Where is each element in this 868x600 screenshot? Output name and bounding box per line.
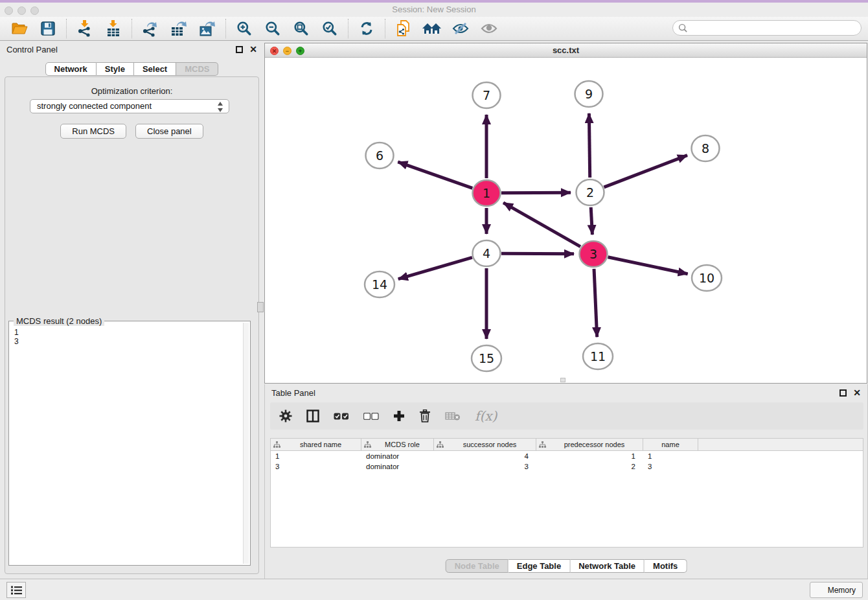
delete-table-button[interactable] [445, 411, 461, 421]
network-window-titlebar[interactable]: ✕ − + scc.txt [265, 43, 867, 58]
export-network-icon [142, 20, 159, 37]
search-input[interactable] [688, 23, 861, 32]
close-table-panel-icon[interactable]: ✕ [853, 389, 861, 397]
save-session-button[interactable] [34, 18, 62, 39]
duplicate-network-button[interactable] [389, 18, 418, 39]
cell[interactable]: 3 [271, 461, 361, 472]
node-label-2: 2 [586, 185, 594, 200]
column-label: predecessor nodes [546, 441, 643, 448]
edge-3-11[interactable] [594, 269, 597, 337]
maximize-window-button[interactable] [30, 6, 39, 15]
memory-status-dot [817, 586, 824, 594]
edge-4-3[interactable] [501, 253, 574, 254]
column-header-MCDS-role[interactable]: MCDS role [361, 439, 434, 450]
edge-2-9[interactable] [589, 113, 589, 178]
edge-1-6[interactable] [398, 162, 472, 188]
function-builder-button[interactable]: f(x) [475, 408, 497, 424]
cell[interactable]: dominator [361, 451, 434, 461]
tab-edge-table[interactable]: Edge Table [508, 559, 570, 573]
tab-select[interactable]: Select [134, 62, 176, 76]
tab-network-table[interactable]: Network Table [570, 559, 645, 573]
memory-button[interactable]: Memory [810, 582, 863, 598]
select-all-rows-button[interactable] [334, 413, 349, 420]
delete-column-button[interactable] [419, 410, 431, 422]
edge-3-10[interactable] [608, 257, 688, 274]
table-row[interactable]: 1dominator411 [271, 451, 863, 461]
node-table[interactable]: shared nameMCDS rolesuccessor nodesprede… [270, 438, 863, 548]
cell[interactable]: 3 [643, 461, 698, 472]
cell[interactable]: 1 [271, 451, 361, 461]
cell[interactable]: 2 [536, 461, 643, 472]
show-graphics-details-button[interactable] [475, 18, 503, 39]
cell[interactable]: 4 [434, 451, 536, 461]
network-graph[interactable]: 7968124314101511 [265, 58, 867, 383]
cell[interactable]: 3 [434, 461, 536, 472]
open-session-button[interactable] [5, 18, 34, 39]
task-history-button[interactable] [6, 582, 26, 598]
column-header-predecessor-nodes[interactable]: predecessor nodes [536, 439, 643, 450]
column-header-successor-nodes[interactable]: successor nodes [434, 439, 536, 450]
close-window-button[interactable] [5, 6, 13, 15]
node-label-11: 11 [590, 349, 606, 363]
tab-mcds[interactable]: MCDS [176, 62, 218, 76]
hide-graphics-details-button[interactable] [446, 18, 475, 39]
mcds-panel: Optimization criterion: strongly connect… [5, 76, 259, 574]
zoom-fit-button[interactable] [287, 18, 315, 39]
import-table-button[interactable] [99, 18, 128, 39]
zoom-selected-button[interactable] [315, 18, 344, 39]
table-row[interactable]: 3dominator323 [271, 461, 863, 472]
tab-style[interactable]: Style [97, 62, 134, 76]
table-header-row: shared nameMCDS rolesuccessor nodesprede… [271, 439, 863, 451]
close-panel-icon[interactable]: ✕ [249, 46, 257, 53]
edge-1-2[interactable] [501, 192, 571, 193]
status-bar: Memory [0, 579, 868, 600]
optimization-criterion-label: Optimization criterion: [5, 86, 258, 96]
criterion-select[interactable]: strongly connected component [30, 99, 229, 113]
network-canvas[interactable]: 7968124314101511 [265, 58, 867, 383]
zoom-in-button[interactable] [230, 18, 258, 39]
home-layout-button[interactable] [418, 18, 446, 39]
import-network-button[interactable] [71, 18, 99, 39]
cell[interactable]: 1 [536, 451, 643, 461]
cell[interactable]: 1 [643, 451, 698, 461]
import-network-icon [77, 20, 93, 37]
tab-motifs[interactable]: Motifs [645, 559, 687, 573]
network-resize-grip[interactable] [560, 378, 565, 382]
tab-network[interactable]: Network [45, 62, 97, 76]
zoom-out-icon [265, 21, 280, 36]
edge-3-1[interactable] [503, 203, 580, 247]
minimize-window-button[interactable] [17, 6, 26, 15]
panel-splitter-grip[interactable] [257, 302, 264, 312]
zoom-in-icon [236, 21, 252, 36]
export-image-icon [199, 20, 216, 37]
cell[interactable]: dominator [361, 461, 434, 472]
toolbar-separator [225, 19, 226, 38]
close-panel-button[interactable]: Close panel [135, 124, 203, 139]
run-mcds-button[interactable]: Run MCDS [60, 124, 126, 139]
float-panel-icon[interactable] [236, 46, 243, 53]
show-columns-button[interactable] [306, 410, 319, 422]
export-network-button[interactable] [136, 18, 165, 39]
search-box[interactable] [672, 20, 862, 36]
add-column-button[interactable] [393, 410, 405, 422]
float-table-panel-icon[interactable] [839, 389, 847, 397]
export-image-button[interactable] [193, 18, 222, 39]
edge-2-3[interactable] [591, 207, 592, 235]
deselect-all-rows-button[interactable] [363, 413, 379, 420]
table-options-button[interactable] [279, 410, 292, 422]
close-network-button[interactable]: ✕ [270, 47, 279, 55]
export-table-button[interactable] [165, 18, 193, 39]
maximize-network-button[interactable]: + [296, 47, 304, 55]
column-header-shared-name[interactable]: shared name [271, 439, 361, 450]
zoom-out-button[interactable] [258, 18, 287, 39]
column-header-name[interactable]: name [643, 439, 698, 450]
refresh-view-button[interactable] [352, 18, 381, 39]
edge-2-8[interactable] [604, 156, 687, 187]
edge-4-14[interactable] [398, 257, 472, 279]
tab-node-table[interactable]: Node Table [446, 559, 508, 573]
checked-boxes-icon [334, 413, 349, 420]
result-scrollbar[interactable] [243, 323, 249, 564]
minimize-network-button[interactable]: − [283, 47, 291, 55]
home-icon [422, 21, 442, 36]
refresh-icon [359, 21, 374, 36]
